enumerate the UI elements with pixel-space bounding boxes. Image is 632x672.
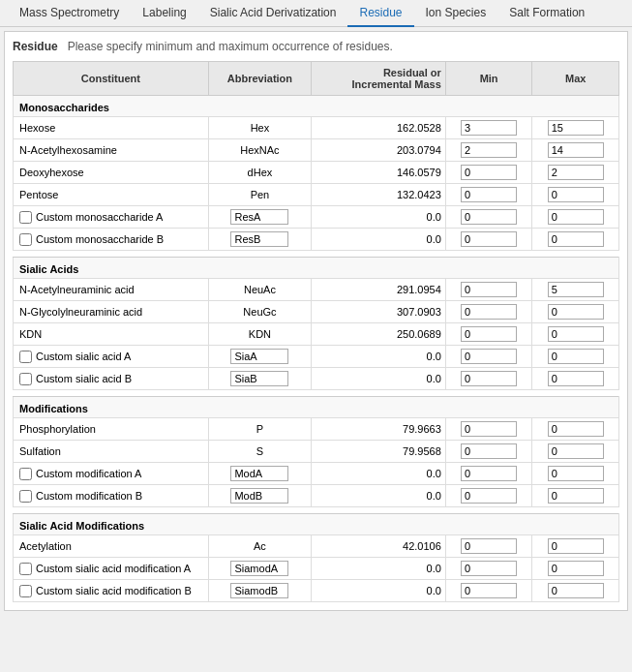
- breadcrumb-label: Residue: [13, 40, 58, 53]
- max-input-0-2[interactable]: [548, 165, 604, 180]
- constituent-label: KDN: [14, 323, 209, 346]
- constituent-label: Hexose: [14, 117, 209, 139]
- min-input-1-2[interactable]: [461, 326, 517, 342]
- min-input-2-0[interactable]: [461, 421, 517, 437]
- max-input-1-2[interactable]: [548, 326, 604, 342]
- section-header-0: Monosaccharides: [14, 96, 619, 117]
- custom-checkbox-2-2[interactable]: [19, 468, 32, 480]
- tab-salt-formation[interactable]: Salt Formation: [497, 0, 596, 26]
- table-row: Custom modification A0.0: [14, 463, 619, 485]
- section-header-3: Sialic Acid Modifications: [14, 514, 619, 535]
- max-input-0-1[interactable]: [548, 142, 604, 158]
- max-input-2-2[interactable]: [548, 466, 604, 481]
- section-header-2: Modifications: [14, 397, 619, 418]
- min-input-0-5[interactable]: [461, 231, 517, 247]
- constituent-label: Pentose: [14, 184, 209, 206]
- max-input-1-1[interactable]: [548, 304, 604, 320]
- abbrev-input-0-4[interactable]: [230, 209, 288, 225]
- tab-ion-species[interactable]: Ion Species: [414, 0, 498, 26]
- min-input-2-1[interactable]: [461, 443, 517, 459]
- abbreviation-label: Hex: [208, 117, 311, 139]
- abbrev-input-2-3[interactable]: [230, 488, 288, 504]
- abbreviation-label: NeuGc: [208, 301, 311, 323]
- max-input-0-5[interactable]: [548, 231, 604, 247]
- table-row: AcetylationAc42.0106: [14, 535, 619, 558]
- constituent-label: Custom monosaccharide B: [36, 233, 164, 245]
- min-input-2-2[interactable]: [461, 466, 517, 481]
- table-row: Custom monosaccharide A0.0: [14, 206, 619, 229]
- table-row: SulfationS79.9568: [14, 441, 619, 463]
- min-input-1-3[interactable]: [461, 349, 517, 364]
- max-input-2-1[interactable]: [548, 443, 604, 459]
- table-row: Custom monosaccharide B0.0: [14, 229, 619, 251]
- table-row: PhosphorylationP79.9663: [14, 418, 619, 441]
- constituent-label: Custom sialic acid A: [36, 351, 131, 362]
- min-input-0-2[interactable]: [461, 165, 517, 180]
- table-row: Custom sialic acid A0.0: [14, 346, 619, 368]
- abbrev-input-3-1[interactable]: [230, 561, 288, 576]
- mass-value: 146.0579: [312, 162, 446, 184]
- max-input-0-0[interactable]: [548, 120, 604, 136]
- mass-value: 0.0: [312, 368, 446, 390]
- custom-checkbox-2-3[interactable]: [19, 490, 32, 503]
- max-input-3-2[interactable]: [548, 583, 604, 598]
- min-input-2-3[interactable]: [461, 488, 517, 504]
- mass-value: 0.0: [312, 346, 446, 368]
- min-input-1-1[interactable]: [461, 304, 517, 320]
- table-row: Custom sialic acid B0.0: [14, 368, 619, 390]
- max-input-0-3[interactable]: [548, 187, 604, 202]
- mass-value: 0.0: [312, 558, 446, 580]
- table-row: DeoxyhexosedHex146.0579: [14, 162, 619, 184]
- mass-value: 162.0528: [312, 117, 446, 139]
- abbreviation-label: KDN: [208, 323, 311, 346]
- max-input-0-4[interactable]: [548, 209, 604, 225]
- header-max: Max: [532, 62, 619, 96]
- mass-value: 307.0903: [312, 301, 446, 323]
- max-input-2-3[interactable]: [548, 488, 604, 504]
- table-row: Custom sialic acid modification A0.0: [14, 558, 619, 580]
- max-input-1-0[interactable]: [548, 282, 604, 297]
- tab-residue[interactable]: Residue: [347, 0, 413, 27]
- table-row: HexoseHex162.0528: [14, 117, 619, 139]
- abbrev-input-1-4[interactable]: [230, 371, 288, 386]
- min-input-1-0[interactable]: [461, 282, 517, 297]
- header-min: Min: [445, 62, 532, 96]
- max-input-3-0[interactable]: [548, 538, 604, 554]
- abbrev-input-2-2[interactable]: [230, 466, 288, 481]
- min-input-0-1[interactable]: [461, 142, 517, 158]
- max-input-3-1[interactable]: [548, 561, 604, 576]
- abbreviation-label: dHex: [208, 162, 311, 184]
- constituent-label: Custom sialic acid B: [36, 373, 132, 384]
- mass-value: 203.0794: [312, 139, 446, 162]
- residue-table: Constituent Abbreviation Residual orIncr…: [13, 61, 619, 602]
- tab-sialic-acid-derivatization[interactable]: Sialic Acid Derivatization: [198, 0, 348, 26]
- min-input-3-1[interactable]: [461, 561, 517, 576]
- custom-checkbox-3-2[interactable]: [19, 585, 32, 597]
- abbrev-input-0-5[interactable]: [230, 231, 288, 247]
- max-input-1-4[interactable]: [548, 371, 604, 386]
- abbrev-input-1-3[interactable]: [230, 349, 288, 364]
- min-input-0-3[interactable]: [461, 187, 517, 202]
- max-input-2-0[interactable]: [548, 421, 604, 437]
- custom-checkbox-3-1[interactable]: [19, 563, 32, 575]
- mass-value: 79.9568: [312, 441, 446, 463]
- max-input-1-3[interactable]: [548, 349, 604, 364]
- custom-checkbox-0-4[interactable]: [19, 211, 32, 224]
- breadcrumb-description: Please specify minimum and maximum occur…: [68, 40, 393, 53]
- custom-checkbox-1-3[interactable]: [19, 351, 32, 363]
- min-input-0-4[interactable]: [461, 209, 517, 225]
- min-input-3-0[interactable]: [461, 538, 517, 554]
- min-input-1-4[interactable]: [461, 371, 517, 386]
- header-mass: Residual orIncremental Mass: [312, 62, 446, 96]
- custom-checkbox-1-4[interactable]: [19, 373, 32, 385]
- abbreviation-label: Ac: [208, 535, 311, 558]
- tab-labeling[interactable]: Labeling: [131, 0, 197, 26]
- tab-mass-spectrometry[interactable]: Mass Spectrometry: [8, 0, 131, 26]
- min-input-3-2[interactable]: [461, 583, 517, 598]
- abbreviation-label: NeuAc: [208, 279, 311, 301]
- custom-checkbox-0-5[interactable]: [19, 233, 32, 246]
- abbreviation-label: P: [208, 418, 311, 441]
- constituent-label: Sulfation: [14, 441, 209, 463]
- abbrev-input-3-2[interactable]: [230, 583, 288, 598]
- min-input-0-0[interactable]: [461, 120, 517, 136]
